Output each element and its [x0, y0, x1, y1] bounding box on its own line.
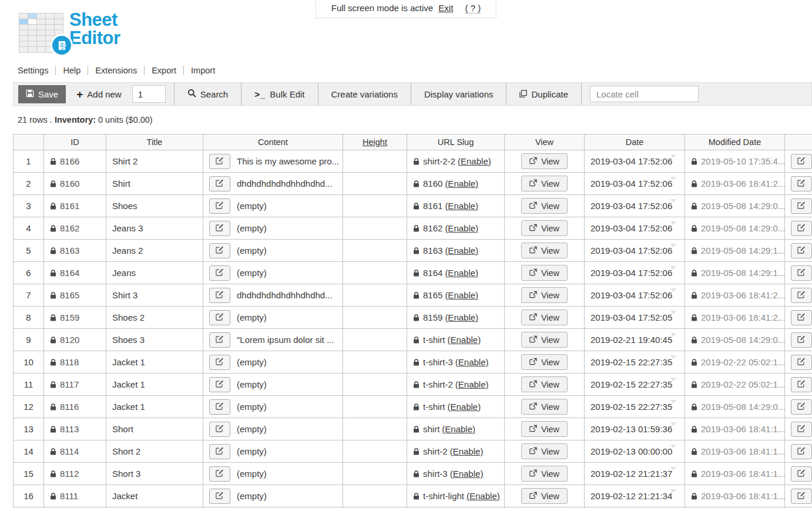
view-button[interactable]: View: [521, 176, 568, 191]
date-cell[interactable]: 2019-02-12 21:21:34: [585, 485, 685, 507]
content-cell[interactable]: (empty): [203, 485, 343, 507]
id-cell[interactable]: 8114: [44, 440, 106, 463]
title-cell[interactable]: Jacket 1: [106, 351, 203, 374]
url-slug-cell[interactable]: t-shirt-3(Enable): [407, 351, 505, 374]
view-button[interactable]: View: [521, 265, 568, 281]
row-number-cell[interactable]: 15: [14, 463, 44, 485]
height-cell[interactable]: [343, 262, 407, 284]
row-number-cell[interactable]: 8: [14, 307, 44, 329]
edit-content-button[interactable]: [209, 489, 230, 504]
edit-content-button[interactable]: [209, 444, 230, 459]
content-cell[interactable]: dhdhdhdhdhdhhdhdhd...: [203, 173, 343, 195]
height-cell[interactable]: [343, 351, 407, 374]
url-slug-cell[interactable]: 8160(Enable): [407, 173, 505, 195]
title-cell[interactable]: Short 2: [106, 440, 203, 463]
id-cell[interactable]: 8165: [44, 284, 106, 307]
edit-content-button[interactable]: [209, 332, 230, 348]
row-edit-cell[interactable]: [785, 351, 812, 374]
view-button[interactable]: View: [521, 309, 568, 325]
row-edit-cell[interactable]: [785, 485, 812, 507]
title-cell[interactable]: Jeans 3: [106, 217, 203, 240]
title-cell[interactable]: Jeans 2: [106, 240, 203, 262]
title-cell[interactable]: Shoes: [106, 195, 203, 217]
url-slug-cell[interactable]: 8165(Enable): [407, 284, 505, 307]
column-header-date[interactable]: Date: [585, 134, 685, 150]
modified-date-cell[interactable]: 2019-02-22 05:02:1...: [685, 351, 785, 374]
row-edit-cell[interactable]: [785, 463, 812, 485]
enable-link[interactable]: (Enable): [467, 491, 500, 501]
row-number-cell[interactable]: 14: [14, 440, 44, 463]
date-cell[interactable]: 2019-03-04 17:52:06: [585, 150, 685, 173]
view-button[interactable]: View: [521, 376, 568, 392]
height-cell[interactable]: [343, 217, 407, 240]
height-cell[interactable]: [343, 173, 407, 195]
edit-row-button[interactable]: [791, 243, 812, 258]
enable-link[interactable]: (Enable): [445, 201, 478, 211]
url-slug-cell[interactable]: shirt-3(Enable): [407, 463, 505, 485]
edit-row-button[interactable]: [791, 444, 812, 459]
menu-item-help[interactable]: Help: [56, 66, 88, 75]
edit-row-button[interactable]: [791, 422, 812, 437]
enable-link[interactable]: (Enable): [448, 335, 481, 345]
url-slug-cell[interactable]: t-shirt-light(Enable): [407, 485, 505, 507]
id-cell[interactable]: 8166: [44, 150, 106, 173]
modified-date-cell[interactable]: 2019-03-06 18:41:1...: [685, 463, 785, 485]
row-number-cell[interactable]: 1: [14, 150, 44, 173]
id-cell[interactable]: 8111: [44, 485, 106, 507]
content-cell[interactable]: (empty): [203, 217, 343, 240]
title-cell[interactable]: Jacket: [106, 485, 203, 507]
enable-link[interactable]: (Enable): [442, 424, 475, 434]
column-header-url-slug[interactable]: URL Slug: [407, 134, 505, 150]
enable-link[interactable]: (Enable): [458, 156, 491, 166]
edit-content-button[interactable]: [209, 265, 230, 281]
row-number-cell[interactable]: 13: [14, 418, 44, 440]
id-cell[interactable]: 8118: [44, 351, 106, 374]
url-slug-cell[interactable]: 8161(Enable): [407, 195, 505, 217]
view-button[interactable]: View: [521, 443, 568, 459]
bulk-edit-button[interactable]: >_ Bulk Edit: [250, 89, 309, 99]
row-number-cell[interactable]: 2: [14, 173, 44, 195]
id-cell[interactable]: 8117: [44, 374, 106, 396]
content-cell[interactable]: This is my awesome pro...: [203, 150, 343, 173]
row-number-cell[interactable]: 7: [14, 284, 44, 307]
height-cell[interactable]: [343, 374, 407, 396]
edit-row-button[interactable]: [791, 489, 812, 504]
edit-row-button[interactable]: [791, 265, 812, 281]
title-cell[interactable]: Shoes 3: [106, 329, 203, 351]
column-header-content[interactable]: Content: [203, 134, 343, 150]
edit-row-button[interactable]: [791, 154, 812, 169]
enable-link[interactable]: (Enable): [445, 290, 478, 300]
content-cell[interactable]: (empty): [203, 262, 343, 284]
height-cell[interactable]: [343, 307, 407, 329]
id-cell[interactable]: 8112: [44, 463, 106, 485]
content-cell[interactable]: (empty): [203, 396, 343, 418]
url-slug-cell[interactable]: shirt(Enable): [407, 418, 505, 440]
height-cell[interactable]: [343, 284, 407, 307]
enable-link[interactable]: (Enable): [445, 268, 478, 278]
edit-row-button[interactable]: [791, 221, 812, 236]
row-number-cell[interactable]: 11: [14, 374, 44, 396]
height-cell[interactable]: [343, 485, 407, 507]
id-cell[interactable]: 8113: [44, 418, 106, 440]
edit-row-button[interactable]: [791, 355, 812, 370]
date-cell[interactable]: 2019-03-04 17:52:06: [585, 195, 685, 217]
id-cell[interactable]: 8161: [44, 195, 106, 217]
url-slug-cell[interactable]: t-shirt-2(Enable): [407, 374, 505, 396]
duplicate-button[interactable]: Duplicate: [515, 89, 573, 99]
url-slug-cell[interactable]: 8163(Enable): [407, 240, 505, 262]
view-cell[interactable]: View: [505, 329, 585, 351]
edit-content-button[interactable]: [209, 355, 230, 370]
modified-date-cell[interactable]: 2019-03-06 18:41:2...: [685, 307, 785, 329]
view-cell[interactable]: View: [505, 217, 585, 240]
row-edit-cell[interactable]: [785, 284, 812, 307]
view-cell[interactable]: View: [505, 262, 585, 284]
id-cell[interactable]: 8162: [44, 217, 106, 240]
enable-link[interactable]: (Enable): [450, 469, 484, 479]
modified-date-cell[interactable]: 2019-05-08 14:29:0...: [685, 396, 785, 418]
enable-link[interactable]: (Enable): [450, 446, 484, 456]
view-cell[interactable]: View: [505, 418, 585, 440]
title-cell[interactable]: Jeans: [106, 262, 203, 284]
edit-content-button[interactable]: [209, 154, 230, 169]
title-cell[interactable]: Short 3: [106, 463, 203, 485]
row-number-cell[interactable]: 12: [14, 396, 44, 418]
